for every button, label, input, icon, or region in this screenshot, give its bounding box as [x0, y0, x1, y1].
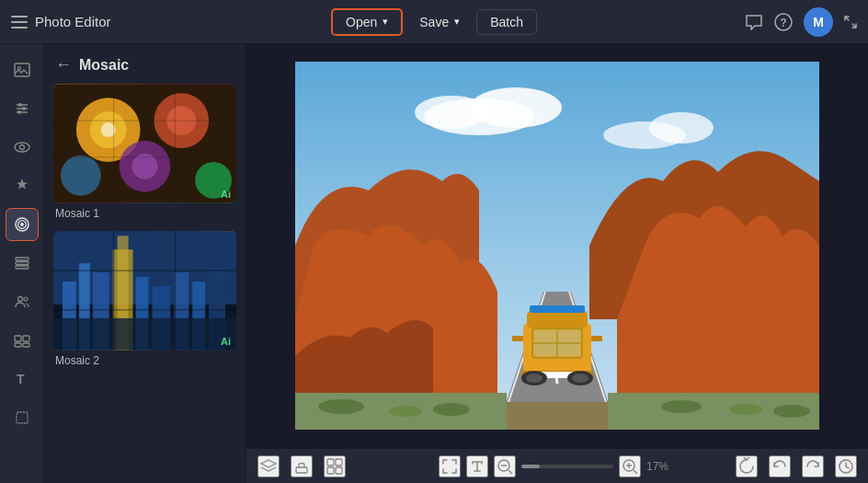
svg-point-31 [101, 122, 116, 137]
topbar-center: Open ▾ Save ▾ Batch [331, 8, 537, 36]
app-title: Photo Editor [35, 14, 111, 29]
svg-point-68 [318, 399, 364, 414]
svg-point-20 [17, 297, 22, 302]
svg-line-96 [508, 470, 512, 474]
open-button[interactable]: Open ▾ [331, 8, 403, 36]
svg-point-72 [729, 404, 762, 415]
svg-rect-93 [336, 467, 342, 474]
mosaic2-item[interactable]: Ai Mosaic 2 [53, 231, 236, 369]
svg-rect-24 [15, 343, 21, 347]
help-icon-button[interactable]: ? [774, 13, 793, 31]
svg-rect-18 [16, 262, 29, 265]
avatar[interactable]: M [804, 7, 833, 37]
zoom-out-button[interactable] [494, 455, 516, 477]
history-button[interactable] [835, 455, 857, 477]
svg-rect-90 [327, 459, 334, 466]
adjust-tool-button[interactable] [6, 92, 39, 125]
svg-rect-19 [16, 266, 29, 269]
svg-point-69 [389, 406, 422, 417]
svg-rect-54 [53, 318, 236, 351]
svg-rect-0 [11, 16, 28, 17]
svg-point-8 [18, 103, 22, 107]
svg-point-21 [24, 297, 28, 301]
svg-rect-2 [11, 27, 28, 29]
crop-tool-button[interactable] [6, 401, 39, 434]
text-tool-button[interactable]: T [6, 362, 39, 396]
svg-rect-25 [23, 343, 29, 347]
canvas-area: 17% [246, 44, 868, 483]
actual-size-button[interactable] [466, 455, 488, 477]
svg-point-64 [649, 112, 714, 144]
layers-bottom-button[interactable] [257, 455, 280, 477]
svg-rect-76 [530, 305, 585, 313]
svg-rect-88 [591, 336, 602, 341]
svg-rect-23 [23, 336, 29, 341]
save-button[interactable]: Save ▾ [406, 10, 473, 34]
grid-button[interactable] [324, 455, 346, 477]
mosaic2-label: Mosaic 2 [53, 351, 236, 369]
svg-line-100 [634, 470, 637, 474]
zoom-value: 17% [646, 460, 676, 473]
back-button[interactable]: ← [55, 55, 72, 75]
svg-rect-17 [16, 258, 29, 260]
chevron-down-icon: ▾ [383, 16, 388, 28]
mosaic1-item[interactable]: Ai Mosaic 1 [53, 84, 236, 222]
svg-rect-87 [512, 336, 523, 341]
svg-rect-27 [17, 412, 28, 423]
svg-point-71 [661, 400, 702, 413]
zoom-in-button[interactable] [619, 455, 641, 477]
main-area: T ← Mosaic [0, 44, 868, 483]
sidebar-icons: T [0, 44, 44, 483]
svg-rect-22 [15, 336, 21, 341]
ai-tool-button[interactable] [6, 169, 39, 202]
svg-point-6 [17, 67, 20, 70]
svg-point-36 [61, 155, 101, 196]
menu-button[interactable] [11, 16, 28, 29]
mosaic1-label: Mosaic 1 [53, 203, 236, 222]
svg-text:?: ? [780, 16, 786, 29]
stamp-button[interactable] [291, 455, 313, 477]
svg-rect-89 [296, 467, 307, 473]
rotate-button[interactable] [736, 455, 758, 477]
bottombar-center: 17% [439, 455, 676, 477]
svg-point-10 [22, 107, 26, 110]
mosaic2-ai-badge: Ai [221, 336, 231, 347]
expand-icon-button[interactable] [844, 16, 857, 29]
svg-point-70 [433, 403, 470, 416]
view-tool-button[interactable] [6, 131, 39, 164]
bottombar: 17% [246, 448, 868, 484]
panel-title: Mosaic [79, 57, 129, 74]
batch-button[interactable]: Batch [476, 9, 537, 35]
svg-rect-1 [11, 21, 28, 23]
layers-tool-button[interactable] [6, 247, 39, 280]
fit-screen-button[interactable] [439, 455, 461, 477]
chevron-down-icon: ▾ [454, 16, 460, 28]
main-canvas[interactable] [295, 62, 819, 430]
gallery-tool-button[interactable] [6, 324, 39, 357]
canvas-wrapper [246, 44, 868, 448]
topbar-right: ? M [546, 7, 857, 37]
panel-items-list: Ai Mosaic 1 [44, 84, 246, 369]
svg-text:T: T [17, 372, 25, 386]
topbar: Photo Editor Open ▾ Save ▾ Batch ? M [0, 0, 868, 44]
svg-point-84 [526, 374, 542, 383]
svg-point-86 [572, 374, 588, 383]
topbar-left: Photo Editor [11, 14, 322, 29]
svg-point-13 [15, 143, 29, 152]
redo-button[interactable] [802, 455, 824, 477]
svg-point-73 [773, 405, 810, 418]
undo-button[interactable] [769, 455, 791, 477]
chat-icon-button[interactable] [745, 14, 763, 30]
svg-rect-91 [336, 459, 342, 466]
panel-header: ← Mosaic [44, 44, 246, 84]
zoom-slider[interactable] [521, 465, 613, 468]
effects-panel: ← Mosaic [44, 44, 246, 483]
svg-point-62 [415, 96, 488, 129]
mosaic2-thumbnail: Ai [53, 231, 236, 351]
effects-tool-button[interactable] [6, 208, 39, 241]
people-tool-button[interactable] [6, 285, 39, 318]
image-tool-button[interactable] [6, 53, 39, 86]
svg-rect-92 [327, 467, 334, 474]
mosaic1-thumbnail: Ai [53, 84, 236, 203]
bottombar-left [257, 455, 346, 477]
